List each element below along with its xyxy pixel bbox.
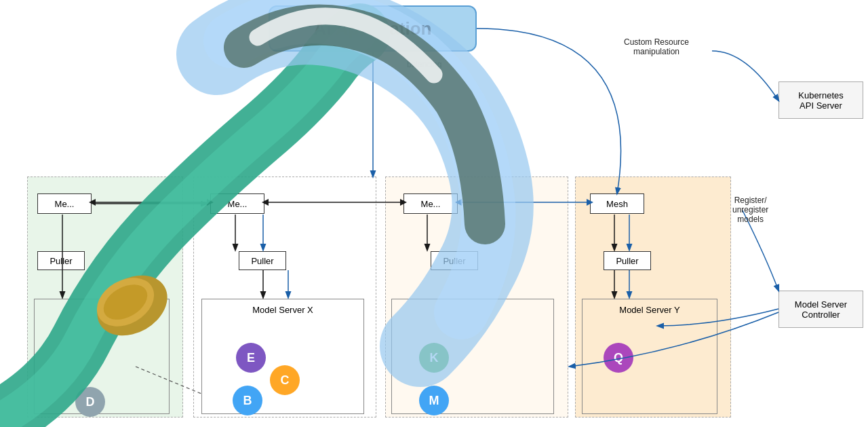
balancing-label: balancing	[407, 60, 441, 69]
mesh-box-right-mid: Me...	[403, 193, 458, 214]
model-server-mid: Model Server X	[201, 299, 364, 414]
model-server-controller-box: Model ServerController	[778, 291, 863, 328]
kubernetes-api-box: KubernetesAPI Server	[778, 81, 863, 119]
model-Q: Q	[604, 343, 633, 373]
model-K: K	[419, 343, 449, 373]
mesh-box-left: Me...	[37, 193, 92, 214]
model-E: E	[236, 343, 266, 373]
model-server-far-right: Model Server Y	[582, 299, 717, 414]
diagram-container: AI Application balancing Custom Resource…	[0, 0, 868, 427]
puller-box-far-right: Puller	[604, 251, 651, 270]
custom-resource-label: Custom Resourcemanipulation	[624, 37, 689, 56]
model-M: M	[419, 386, 449, 415]
ai-application-box: AI Application	[269, 5, 477, 52]
model-server-right-mid	[391, 299, 554, 414]
model-B: B	[233, 386, 262, 415]
ai-application-label: AI Application	[314, 18, 432, 39]
mesh-box-far-right: Mesh	[590, 193, 644, 214]
puller-box-mid: Puller	[239, 251, 286, 270]
register-label: Register/unregistermodels	[732, 196, 768, 224]
puller-box-right-mid: Puller	[431, 251, 478, 270]
model-C: C	[270, 365, 300, 395]
puller-box-left: Puller	[37, 251, 85, 270]
mesh-box-mid: Me...	[210, 193, 264, 214]
model-D: D	[75, 387, 105, 417]
